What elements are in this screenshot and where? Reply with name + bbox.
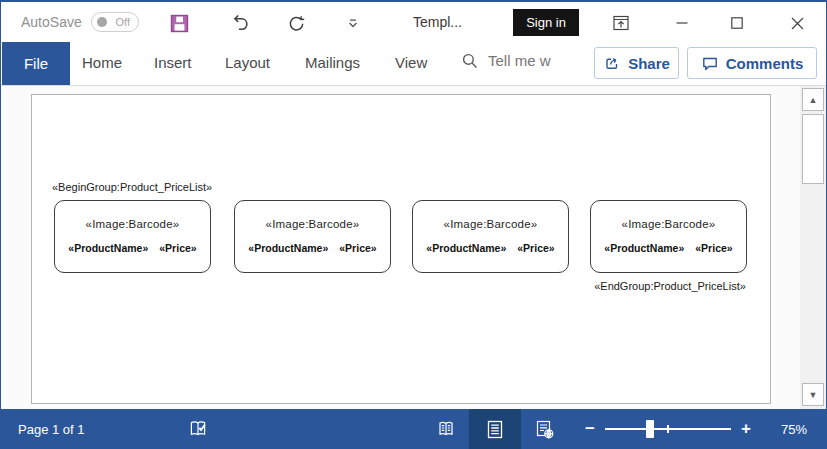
document-canvas: «BeginGroup:Product_PriceList» «Image:Ba…: [1, 85, 826, 409]
zoom-in-button[interactable]: +: [737, 419, 755, 439]
tab-mailings[interactable]: Mailings: [305, 54, 360, 71]
document-title: Templ...: [413, 14, 462, 30]
merge-field-end-group[interactable]: «EndGroup:Product_PriceList»: [588, 280, 752, 292]
zoom-level[interactable]: 75%: [765, 422, 807, 437]
tell-me-search[interactable]: Tell me w: [461, 52, 551, 69]
customize-quick-access-button[interactable]: [341, 11, 365, 35]
tab-layout[interactable]: Layout: [225, 54, 270, 71]
merge-field-product-name: «ProductName»: [68, 242, 148, 254]
comments-button[interactable]: Comments: [687, 47, 817, 79]
merge-card[interactable]: «Image:Barcode» «ProductName» «Price»: [234, 200, 391, 273]
zoom-out-button[interactable]: −: [581, 419, 599, 439]
merge-field-price: «Price»: [517, 242, 554, 254]
minimize-button[interactable]: [666, 10, 698, 36]
merge-field-product-name: «ProductName»: [426, 242, 506, 254]
maximize-icon: [731, 17, 743, 29]
scroll-down-button[interactable]: ▼: [802, 383, 824, 406]
close-icon: [791, 17, 804, 30]
proofing-status-button[interactable]: [187, 418, 209, 440]
merge-field-image-barcode: «Image:Barcode»: [235, 218, 390, 230]
view-print-layout-button[interactable]: [469, 409, 521, 449]
save-icon: [170, 14, 189, 33]
web-layout-icon: [534, 419, 555, 440]
autosave-toggle[interactable]: Off: [91, 12, 139, 32]
merge-field-image-barcode: «Image:Barcode»: [55, 218, 210, 230]
page-indicator[interactable]: Page 1 of 1: [18, 422, 85, 437]
zoom-controls: − + 75%: [581, 419, 827, 439]
word-window: AutoSave Off: [0, 0, 827, 449]
statusbar-right-cluster: − + 75%: [423, 409, 827, 449]
merge-field-product-name: «ProductName»: [604, 242, 684, 254]
merge-card[interactable]: «Image:Barcode» «ProductName» «Price»: [54, 200, 211, 273]
scroll-up-button[interactable]: ▲: [802, 88, 824, 111]
search-icon: [461, 52, 478, 69]
document-page[interactable]: «BeginGroup:Product_PriceList» «Image:Ba…: [31, 94, 771, 404]
undo-icon: [229, 13, 250, 34]
sign-in-button[interactable]: Sign in: [513, 9, 579, 36]
merge-card[interactable]: «Image:Barcode» «ProductName» «Price»: [412, 200, 569, 273]
view-web-layout-button[interactable]: [521, 409, 567, 449]
share-button[interactable]: Share: [594, 47, 679, 79]
redo-button[interactable]: [284, 11, 308, 35]
triangle-up-icon: ▲: [809, 95, 818, 105]
comments-icon: [701, 54, 719, 72]
zoom-slider-thumb[interactable]: [646, 420, 654, 438]
scrollbar-thumb[interactable]: [802, 114, 824, 184]
merge-field-product-name: «ProductName»: [248, 242, 328, 254]
merge-field-image-barcode: «Image:Barcode»: [591, 218, 746, 230]
title-bar: AutoSave Off: [1, 2, 826, 42]
merge-field-price: «Price»: [159, 242, 196, 254]
read-mode-icon: [435, 419, 457, 439]
share-label: Share: [628, 55, 670, 72]
comments-label: Comments: [726, 55, 804, 72]
zoom-slider-100-tick: [667, 425, 669, 433]
tab-file[interactable]: File: [2, 42, 70, 85]
merge-field-begin-group[interactable]: «BeginGroup:Product_PriceList»: [52, 181, 212, 193]
tab-home[interactable]: Home: [82, 54, 122, 71]
view-read-mode-button[interactable]: [423, 409, 469, 449]
customize-qat-icon: [347, 17, 359, 29]
close-button[interactable]: [781, 10, 813, 36]
ribbon-display-options-icon: [611, 13, 631, 33]
proofing-book-check-icon: [187, 418, 209, 440]
ribbon-display-options-button[interactable]: [605, 10, 637, 36]
print-layout-icon: [485, 419, 505, 440]
save-button[interactable]: [167, 11, 191, 35]
ribbon-tab-row: File Home Insert Layout Mailings View Te…: [1, 42, 826, 85]
tell-me-text: Tell me w: [488, 52, 551, 69]
share-icon: [603, 54, 621, 72]
toggle-knob: [97, 17, 107, 27]
tab-insert[interactable]: Insert: [154, 54, 192, 71]
minimize-icon: [676, 17, 688, 29]
merge-field-price: «Price»: [339, 242, 376, 254]
autosave-state: Off: [116, 16, 130, 28]
status-bar: Page 1 of 1: [0, 409, 827, 449]
merge-card[interactable]: «Image:Barcode» «ProductName» «Price»: [590, 200, 747, 273]
redo-icon: [286, 13, 307, 34]
autosave-label: AutoSave: [21, 14, 82, 30]
maximize-button[interactable]: [721, 10, 753, 36]
merge-field-price: «Price»: [695, 242, 732, 254]
zoom-slider[interactable]: [605, 419, 731, 439]
merge-field-image-barcode: «Image:Barcode»: [413, 218, 568, 230]
tab-view[interactable]: View: [395, 54, 427, 71]
triangle-down-icon: ▼: [809, 390, 818, 400]
undo-button[interactable]: [227, 11, 251, 35]
vertical-scrollbar[interactable]: ▲ ▼: [800, 86, 826, 409]
